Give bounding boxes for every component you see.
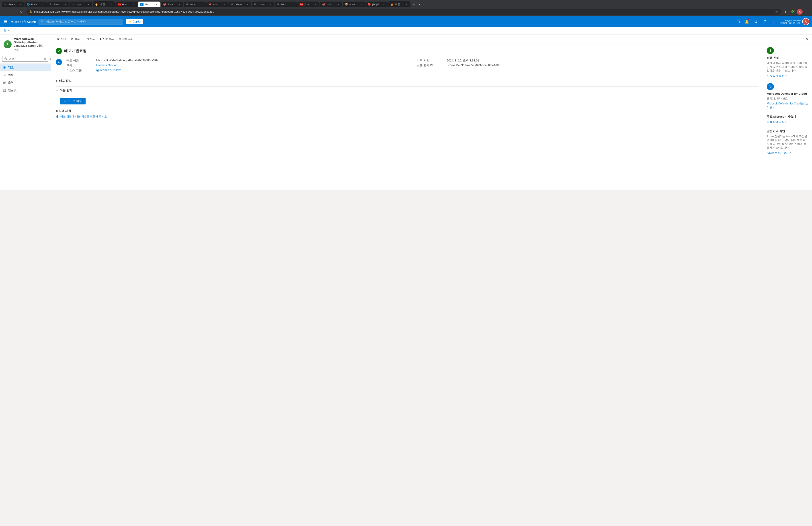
menu-button[interactable]: ⋮ [803, 9, 810, 15]
tab-mic-active[interactable]: A Mic ✕ [138, 2, 160, 7]
search-icon: 🔍 [41, 20, 45, 24]
tab-preter[interactable]: 🌐 Prete... ✕ [25, 2, 47, 7]
tab-close-icon[interactable]: ✕ [382, 3, 386, 6]
learning-link[interactable]: 오늘 학습 시작 > [767, 120, 809, 124]
delete-button[interactable]: 🗑 삭제 [55, 36, 68, 42]
tab-close-icon[interactable]: ✕ [178, 3, 181, 6]
tab-azure[interactable]: Mk [Azu... ✕ [297, 2, 320, 7]
copilot-icon: ✨ [128, 20, 131, 23]
tab-ms1[interactable]: ⊞ Micro ✕ [184, 2, 206, 7]
refresh-button[interactable]: ↻ 새로 고침 [117, 36, 135, 42]
tab-npm[interactable]: ◉ npm ✕ [70, 2, 92, 7]
portal-search-bar[interactable]: 🔍 [39, 19, 123, 25]
cloud-shell-button[interactable]: ▢ [734, 18, 742, 26]
settings-button[interactable]: ⚙ [752, 18, 760, 26]
tab-how[interactable]: Mk How ✕ [115, 2, 138, 7]
defender-description: 앱 및 인프라 보호 [767, 97, 809, 101]
nav-item-output[interactable]: 출력 [0, 79, 51, 86]
cost-icon: $ [767, 47, 774, 54]
extensions-button[interactable]: 🧩 [790, 9, 796, 15]
tab-close-icon[interactable]: ✕ [223, 3, 227, 6]
tab-react2[interactable]: ⚛ React ✕ [47, 2, 70, 7]
defender-link[interactable]: Microsoft Defender for Cloud(으)로 이동 > [767, 102, 809, 109]
main-toolbar: 🗑 삭제 ⊘ 취소 ↑ 재배포 ⬇ 다운로드 ↻ 새로 고침 [51, 34, 812, 43]
correlation-row: 상관 관계 ID 5c6e4f15-5903-4774-a899-8c456f3… [417, 63, 758, 67]
tab-close-icon[interactable]: ✕ [87, 3, 90, 6]
forward-button[interactable]: → [10, 9, 16, 15]
cost-link[interactable]: 비용 알림 설정 > [767, 74, 809, 78]
tab-overflow-button[interactable]: ▼ [417, 2, 422, 7]
feedback-link[interactable]: 👤 배포 경험에 대한 의견을 제공해 주세요. [56, 115, 758, 119]
search-collapse-icon[interactable]: « [49, 57, 51, 61]
new-tab-button[interactable]: + [411, 2, 417, 7]
tab-github2[interactable]: 🐙 Auth ✕ [206, 2, 229, 7]
cancel-button[interactable]: ⊘ 취소 [69, 36, 82, 42]
tab-react1[interactable]: ⚛ React ✕ [2, 2, 24, 7]
tab-ms4[interactable]: ⊞ Micro ✕ [275, 2, 297, 7]
copilot-button[interactable]: ✨ Copilot [126, 19, 143, 24]
defender-section: 🛡 Microsoft Defender for Cloud 앱 및 인프라 보… [767, 83, 809, 110]
main-content-blade: 🗑 삭제 ⊘ 취소 ↑ 재배포 ⬇ 다운로드 ↻ 새로 고침 [51, 34, 812, 190]
tab-label: Auth [213, 3, 222, 6]
tab-close-icon[interactable]: ✕ [360, 3, 363, 6]
url-input[interactable] [34, 10, 773, 13]
tab-close-icon[interactable]: ✕ [19, 3, 22, 6]
hamburger-menu-button[interactable]: ☰ [3, 18, 8, 25]
tab-new2[interactable]: 🔥 새 탭 ✕ [388, 1, 410, 7]
feedback-button[interactable]: 👤 [770, 18, 778, 26]
next-steps-toggle[interactable]: ▼ 다음 단계 [56, 86, 758, 94]
close-blade-button[interactable]: ✕ [805, 36, 809, 42]
tab-close-icon[interactable]: ✕ [132, 3, 135, 6]
tab-close-icon[interactable]: ✕ [291, 3, 294, 6]
address-bar[interactable]: 🔒 ☆ [26, 9, 781, 15]
breadcrumb-home[interactable]: 홈 [3, 29, 6, 32]
nav-item-template[interactable]: 템플릿 [0, 86, 51, 94]
tab-close-icon[interactable]: ✕ [64, 3, 67, 6]
tab-github1[interactable]: 🐙 4rNe ✕ [161, 2, 183, 7]
tab-close-icon[interactable]: ✕ [201, 3, 204, 6]
tab-new1[interactable]: 🔥 새 탭 ✕ [93, 1, 115, 7]
tab-close-icon[interactable]: ✕ [337, 3, 340, 6]
tab-close-icon[interactable]: ✕ [110, 3, 113, 6]
tab-pmh[interactable]: 🐙 pmh ✕ [320, 2, 342, 7]
download-button[interactable]: ⬇ [783, 9, 789, 15]
nav-item-overview[interactable]: 개요 [0, 64, 51, 71]
nav-search-wrap[interactable]: 🔍 ✕ [2, 56, 48, 62]
tab-favicon: 🔥 [390, 3, 393, 6]
search-clear-icon[interactable]: ✕ [44, 57, 46, 61]
nav-search-input[interactable] [9, 57, 42, 60]
portal-search-input[interactable] [46, 20, 121, 23]
tab-ms2[interactable]: ⊞ Micro ✕ [229, 2, 251, 7]
subscription-link[interactable]: Hackers Ground [96, 63, 117, 67]
tab-close-icon[interactable]: ✕ [41, 3, 45, 6]
redeploy-button[interactable]: ↑ 재배포 [83, 36, 97, 42]
tab-close-icon[interactable]: ✕ [155, 3, 158, 6]
help-button[interactable]: ? [761, 18, 769, 26]
resource-group-link[interactable]: rg-Team-azure-love [96, 69, 121, 72]
tab-close-icon[interactable]: ✕ [314, 3, 317, 6]
bookmark-icon[interactable]: ☆ [775, 10, 778, 14]
tab-label: npm [77, 3, 86, 6]
tab-close-icon[interactable]: ✕ [269, 3, 272, 6]
header-actions: ▢ 🔔 2 ⚙ ? 👤 me@4rne5.dev HACKERS GROUND … [734, 18, 809, 26]
deploy-info-toggle[interactable]: ▶ 배포 정보 [56, 77, 758, 85]
nav-overview-label: 개요 [8, 65, 14, 70]
back-button[interactable]: ← [2, 9, 9, 15]
user-avatar[interactable]: A [802, 18, 809, 25]
deployment-info-grid: 배포 이름 Microsoft.Web-StaticApp-Portal-2b5… [67, 59, 758, 73]
profile-avatar[interactable]: A [797, 9, 803, 15]
tab-label: React [9, 3, 17, 6]
start-time-value: 2024. 8. 26. 오후 8:33:01 [447, 59, 758, 63]
go-to-resource-button[interactable]: 리소스로 이동 [60, 98, 86, 104]
nav-item-input[interactable]: 입력 [0, 71, 51, 79]
download-button[interactable]: ⬇ 다운로드 [98, 36, 116, 42]
tab-node[interactable]: 📦 node ✕ [343, 2, 365, 7]
refresh-button[interactable]: ↻ [18, 9, 25, 15]
tab-ms3[interactable]: ⊞ Micro ✕ [252, 2, 274, 7]
tab-close-icon[interactable]: ✕ [405, 3, 408, 6]
tab-close-icon[interactable]: ✕ [246, 3, 249, 6]
tab-tom[interactable]: 🔴 [TO]M ✕ [365, 2, 388, 7]
nav-output-icon [3, 81, 6, 85]
notification-button[interactable]: 🔔 2 [743, 18, 751, 26]
expert-link[interactable]: Azure 전문가 찾기 > [767, 151, 809, 155]
